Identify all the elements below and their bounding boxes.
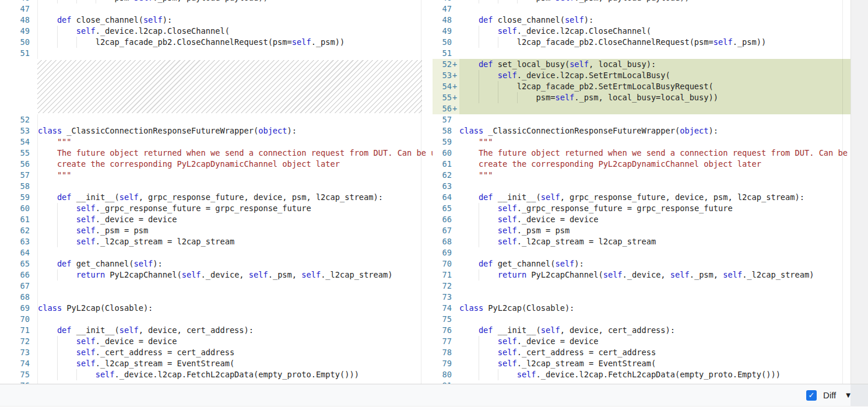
code-line[interactable]: 80 self._device.l2cap.FetchL2capData(emp… (433, 369, 851, 380)
code-line[interactable]: 69 (433, 247, 851, 258)
code-line[interactable]: 64 (0, 247, 433, 258)
code-line[interactable]: 59 """ (433, 136, 851, 148)
diff-added-marker (452, 15, 459, 26)
code-line[interactable]: 67 self._psm = psm (433, 225, 851, 236)
code-line[interactable]: 52 (0, 114, 433, 125)
code-line[interactable]: 53+ self._device.l2cap.SetErtmLocalBusy( (433, 70, 851, 81)
diff-added-marker (30, 15, 37, 26)
code-text (38, 48, 433, 59)
code-text (459, 292, 851, 303)
vertical-scrollbar[interactable] (851, 0, 868, 384)
diff-added-marker (452, 292, 459, 303)
code-line[interactable]: 55+ psm=self._psm, local_busy=local_busy… (433, 92, 851, 103)
code-text: def get_channel(self): (459, 258, 851, 269)
code-line[interactable]: 68 (0, 292, 433, 303)
code-line[interactable]: 58 (0, 181, 433, 192)
diff-added-marker (30, 125, 37, 136)
code-line[interactable]: 60 self._grpc_response_future = grpc_res… (0, 203, 433, 214)
code-line[interactable]: 72 (433, 281, 851, 292)
diff-added-marker: + (452, 103, 459, 114)
code-line[interactable]: 51 (0, 48, 433, 59)
line-number: 72 (433, 281, 452, 292)
diff-checkbox[interactable]: ✓ (806, 390, 817, 401)
line-number: 67 (0, 281, 30, 292)
code-line[interactable]: 76 def __init__(self, device, cert_addre… (433, 325, 851, 336)
diff-pane-left[interactable]: 46 psm=self._psm, payload=payload))4748 … (0, 0, 433, 384)
code-line[interactable]: 70 def get_channel(self): (433, 258, 851, 269)
code-line[interactable]: 68 self._l2cap_stream = l2cap_stream (433, 236, 851, 247)
code-line[interactable]: 65 self._grpc_response_future = grpc_res… (433, 203, 851, 214)
code-line[interactable]: 48 def close_channel(self): (0, 15, 433, 26)
code-line[interactable]: 75 self._device.l2cap.FetchL2capData(emp… (0, 369, 433, 380)
code-line[interactable]: 74class PyL2cap(Closable): (433, 303, 851, 314)
code-line[interactable]: 58class _ClassicConnectionResponseFuture… (433, 125, 851, 136)
code-line[interactable]: 67 (0, 281, 433, 292)
diff-label: Diff (823, 390, 836, 400)
code-line[interactable]: 61 self._device = device (0, 214, 433, 225)
code-text: self._l2cap_stream = EventStream( (38, 358, 433, 369)
code-line[interactable]: 48 def close_channel(self): (433, 15, 851, 26)
line-number-gutter: 60 (0, 203, 38, 214)
line-number: 73 (0, 347, 30, 358)
code-line[interactable]: 50 l2cap_facade_pb2.CloseChannelRequest(… (433, 37, 851, 48)
code-line[interactable]: 66 return PyL2capChannel(self._device, s… (0, 269, 433, 281)
diff-added-marker (452, 148, 459, 159)
code-line[interactable]: 49 self._device.l2cap.CloseChannel( (433, 26, 851, 37)
code-line[interactable]: 54+ l2cap_facade_pb2.SetErtmLocalBusyReq… (433, 81, 851, 92)
dropdown-arrow-icon[interactable]: ▼ (846, 392, 851, 398)
code-line[interactable]: 78 self._cert_address = cert_address (433, 347, 851, 358)
code-line[interactable]: 60 The future object returned when we se… (433, 148, 851, 159)
diff-added-marker (30, 314, 37, 325)
code-line[interactable]: 51 (433, 48, 851, 59)
line-number-gutter: 59 (0, 192, 38, 203)
code-line[interactable]: 53class _ClassicConnectionResponseFuture… (0, 125, 433, 136)
code-text: def close_channel(self): (38, 15, 433, 26)
code-line[interactable]: 62 self._psm = psm (0, 225, 433, 236)
code-line[interactable]: 52+ def set_local_busy(self, local_busy)… (433, 59, 851, 70)
diff-added-marker (30, 203, 37, 214)
line-number: 52 (433, 59, 452, 70)
code-text (38, 247, 433, 258)
code-line[interactable]: 73 (433, 292, 851, 303)
code-line[interactable]: 50 l2cap_facade_pb2.CloseChannelRequest(… (0, 37, 433, 48)
code-line[interactable]: 64 def __init__(self, grpc_response_futu… (433, 192, 851, 203)
code-line[interactable]: 72 self._device = device (0, 336, 433, 347)
code-line[interactable]: 47 (433, 3, 851, 15)
code-text: self._device = device (38, 214, 433, 225)
code-line[interactable]: 69class PyL2cap(Closable): (0, 303, 433, 314)
code-line[interactable]: 63 self._l2cap_stream = l2cap_stream (0, 236, 433, 247)
code-line[interactable]: 54 """ (0, 136, 433, 148)
code-line[interactable]: 79 self._l2cap_stream = EventStream( (433, 358, 851, 369)
code-line[interactable]: 65 def get_channel(self): (0, 258, 433, 269)
code-text: def close_channel(self): (459, 15, 851, 26)
code-text: """ (38, 136, 433, 148)
code-line[interactable]: 74 self._l2cap_stream = EventStream( (0, 358, 433, 369)
code-line[interactable]: 71 return PyL2capChannel(self._device, s… (433, 269, 851, 281)
code-line[interactable]: 61 create the corresponding PyL2capDynam… (433, 159, 851, 170)
code-text: l2cap_facade_pb2.SetErtmLocalBusyRequest… (459, 81, 851, 92)
diff-added-marker (452, 214, 459, 225)
code-line[interactable]: 49 self._device.l2cap.CloseChannel( (0, 26, 433, 37)
code-line[interactable]: 59 def __init__(self, grpc_response_futu… (0, 192, 433, 203)
code-line[interactable]: 75 (433, 314, 851, 325)
code-line[interactable]: 66 self._device = device (433, 214, 851, 225)
code-line[interactable]: 63 (433, 181, 851, 192)
diff-added-marker (452, 114, 459, 125)
code-line[interactable]: 55 The future object returned when we se… (0, 148, 433, 159)
line-number: 60 (433, 148, 452, 159)
line-number: 73 (433, 292, 452, 303)
code-line[interactable]: 57 """ (0, 170, 433, 181)
code-line[interactable]: 77 self._device = device (433, 336, 851, 347)
diff-added-marker (452, 181, 459, 192)
line-number: 57 (0, 170, 30, 181)
code-line[interactable]: 56+ (433, 103, 851, 114)
code-line[interactable]: 47 (0, 3, 433, 15)
code-line[interactable]: 57 (433, 114, 851, 125)
code-line[interactable]: 56 create the corresponding PyL2capDynam… (0, 159, 433, 170)
code-line[interactable]: 70 (0, 314, 433, 325)
code-line[interactable]: 71 def __init__(self, device, cert_addre… (0, 325, 433, 336)
code-line[interactable]: 62 """ (433, 170, 851, 181)
diff-pane-right[interactable]: 46 psm=self._psm, payload=payload))4748 … (433, 0, 851, 384)
code-line[interactable]: 73 self._cert_address = cert_address (0, 347, 433, 358)
diff-added-marker (30, 48, 37, 59)
